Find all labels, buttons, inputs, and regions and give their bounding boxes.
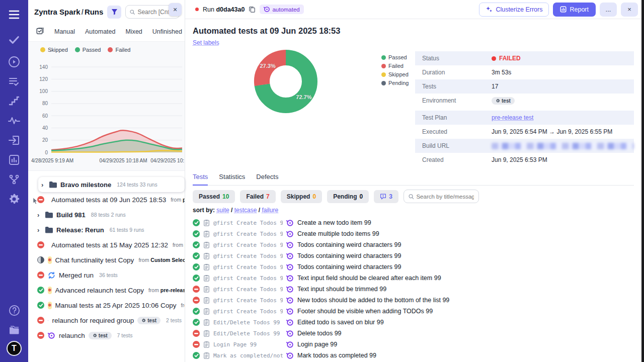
bar-chart-icon[interactable] xyxy=(4,151,24,168)
run-row[interactable]: Merged run36 tests xyxy=(28,267,185,283)
clusterize-errors-button[interactable]: Clusterize Errors xyxy=(479,3,549,17)
tab-manual[interactable]: Manual xyxy=(54,28,75,35)
help-icon[interactable] xyxy=(4,302,24,319)
gear-icon[interactable] xyxy=(4,191,24,208)
tests-search-input[interactable] xyxy=(416,194,473,200)
automated-run-icon xyxy=(286,219,294,227)
list-check-icon[interactable] xyxy=(4,73,24,90)
legend-skipped: Skipped xyxy=(40,47,68,53)
test-suite: @first Create Todos 99… xyxy=(213,253,283,259)
test-row[interactable]: @first Create Todos 99…Text input field … xyxy=(193,273,627,284)
run-name: Automated tests at 15 May 2025 12:32 xyxy=(51,241,168,249)
run-folder-row[interactable]: ›Release: Rerun61 tests 9 runs xyxy=(28,222,185,237)
chevron-right-icon[interactable]: › xyxy=(37,226,41,234)
filter-pending[interactable]: Pending0 xyxy=(327,190,369,203)
activity-icon[interactable] xyxy=(4,112,24,129)
detail-label: Created xyxy=(422,156,492,163)
set-labels-link[interactable]: Set labels xyxy=(193,39,219,46)
area-chart: 0204060801001201404/28/2025 9:19 AM04/29… xyxy=(31,54,184,168)
sign-in-icon[interactable] xyxy=(4,132,24,149)
robot-icon xyxy=(264,6,270,13)
run-row[interactable]: Automated tests at 15 May 2025 12:32from… xyxy=(28,237,185,252)
filter-failed[interactable]: Failed7 xyxy=(240,190,275,203)
git-branch-icon[interactable] xyxy=(4,171,24,188)
more-button[interactable]: ... xyxy=(600,3,617,17)
test-row[interactable]: @first Create Todos 99…Footer should be … xyxy=(193,306,627,317)
tab-mixed[interactable]: Mixed xyxy=(125,28,142,35)
run-row[interactable]: relaunch for required grouptest2 tests xyxy=(28,313,185,328)
run-row[interactable]: ✱Chat functinality test Copyfrom Custom … xyxy=(28,252,185,267)
play-circle-icon[interactable] xyxy=(4,53,24,70)
menu-icon[interactable] xyxy=(4,6,24,23)
run-name: relaunch for required group xyxy=(52,317,134,324)
passed-status-icon xyxy=(193,241,200,248)
chevron-right-icon[interactable]: › xyxy=(41,181,45,189)
run-row[interactable]: ✱Manual tests at 25 Apr 2025 10:06 Copyf… xyxy=(28,298,185,313)
test-row[interactable]: Edit/Delete Todos 99 @…Edited todo is sa… xyxy=(193,317,627,328)
sort-failure[interactable]: failure xyxy=(262,207,278,214)
run-id-label: Run d0da43a0 xyxy=(203,6,245,13)
tests-search[interactable] xyxy=(404,190,479,203)
tab-automated[interactable]: Automated xyxy=(85,28,115,35)
run-from: from pre-release test xyxy=(148,287,185,293)
test-row[interactable]: @first Create Todos 99…Todos containing … xyxy=(193,239,627,250)
tab-unfinished[interactable]: Unfinished xyxy=(152,28,182,35)
run-meta: 36 tests xyxy=(99,272,118,278)
report-button[interactable]: Report xyxy=(553,3,596,17)
app-sidebar: T xyxy=(0,0,28,362)
run-meta: 2 tests xyxy=(166,317,182,323)
test-row[interactable]: @first Create Todos 99…Todos containing … xyxy=(193,250,627,261)
select-all-icon[interactable] xyxy=(36,27,44,36)
test-row[interactable]: @first Create Todos 99…Todos containing … xyxy=(193,261,627,273)
test-row[interactable]: Login Page 99Login page 99 xyxy=(193,339,627,350)
run-row[interactable]: relaunchtest7 tests xyxy=(28,328,185,343)
search-icon xyxy=(409,194,414,200)
filter-comments[interactable]: 3 xyxy=(374,190,398,203)
test-row[interactable]: Edit/Delete Todos 99 @…Delete todos 99 xyxy=(193,328,627,339)
test-row[interactable]: @first Create Todos 99…Create a new todo… xyxy=(193,217,627,228)
close-panel-button[interactable]: × xyxy=(169,3,182,16)
filter-passed[interactable]: Passed10 xyxy=(193,190,235,203)
failed-status-icon xyxy=(193,286,200,293)
logo-t[interactable]: T xyxy=(7,341,22,356)
failed-dot xyxy=(492,56,496,61)
testcase-icon xyxy=(203,252,210,259)
testcase-icon xyxy=(203,341,210,348)
svg-text:120: 120 xyxy=(39,76,48,82)
test-title: Text input field should be cleared after… xyxy=(297,275,441,282)
failed-status-icon xyxy=(37,332,44,339)
test-row[interactable]: @first Create Todos 99…New todos should … xyxy=(193,295,627,306)
check-icon[interactable] xyxy=(4,31,24,48)
close-run-button[interactable]: × xyxy=(621,3,638,17)
steps-icon[interactable] xyxy=(4,93,24,110)
window-scrollbar[interactable] xyxy=(641,0,644,362)
svg-text:100: 100 xyxy=(39,88,48,94)
automated-run-icon xyxy=(286,241,294,249)
automated-run-icon xyxy=(286,275,294,282)
projects-icon[interactable] xyxy=(4,321,24,338)
test-row[interactable]: @first Create Todos 99…Text input should… xyxy=(193,284,627,295)
sort-suite[interactable]: suite xyxy=(216,207,229,214)
test-row[interactable]: Mark as completed/not …Mark todos as com… xyxy=(193,350,627,361)
detail-value: 3m 53s xyxy=(492,69,511,76)
test-row[interactable]: @first Create Todos 99…Create multiple t… xyxy=(193,228,627,239)
test-title: Create multiple todo items 99 xyxy=(297,230,379,237)
run-row[interactable]: ✱Advanced relaunch test Copyfrom pre-rel… xyxy=(28,283,185,298)
test-plan-link[interactable]: pre-release test xyxy=(492,114,533,121)
run-folder-row[interactable]: ›Bravo milestone124 tests 33 runs xyxy=(38,177,185,192)
tab-tests[interactable]: Tests xyxy=(193,173,208,186)
chevron-right-icon[interactable]: › xyxy=(37,211,41,219)
sort-testcase[interactable]: testcase xyxy=(234,207,257,214)
tab-statistics[interactable]: Statistics xyxy=(219,173,245,186)
run-meta: 61 tests 9 runs xyxy=(110,227,144,233)
runs-history-chart: SkippedPassedFailed 0204060801001201404/… xyxy=(28,41,185,171)
run-folder-row[interactable]: ›Build 98188 tests 2 runs xyxy=(28,207,185,222)
copy-icon[interactable] xyxy=(249,6,256,13)
filter-skipped[interactable]: Skipped0 xyxy=(281,190,322,203)
failed-status-icon xyxy=(193,341,200,348)
run-row[interactable]: Automated tests at 09 Jun 2025 18:53from… xyxy=(28,192,185,207)
test-title: Delete todos 99 xyxy=(297,330,342,337)
filter-button[interactable] xyxy=(107,6,121,19)
detail-row: Environmenttest xyxy=(415,94,634,108)
tab-defects[interactable]: Defects xyxy=(256,173,278,186)
